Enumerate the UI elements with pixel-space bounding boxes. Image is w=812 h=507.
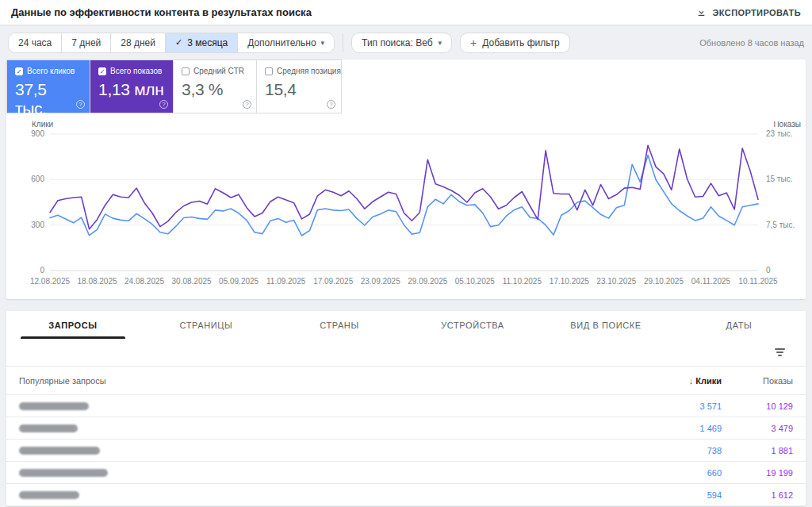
dimensions-card: ЗАПРОСЫ СТРАНИЦЫ СТРАНЫ УСТРОЙСТВА ВИД В… — [6, 311, 806, 506]
range-more-button[interactable]: Дополнительно ▾ — [238, 33, 334, 52]
metric-tile-total-clicks[interactable]: ✓ Всего кликов 37,5 тыс. ? — [7, 60, 90, 113]
help-icon[interactable]: ? — [327, 100, 335, 109]
help-icon[interactable]: ? — [76, 100, 85, 109]
search-type-filter-button[interactable]: Тип поиска: Веб ▾ — [351, 33, 452, 53]
tab-countries[interactable]: СТРАНЫ — [273, 311, 406, 339]
svg-text:600: 600 — [31, 175, 44, 183]
svg-text:04.11.2025: 04.11.2025 — [691, 277, 731, 286]
help-icon[interactable]: ? — [159, 100, 168, 109]
avg-position-value: 15,4 — [265, 80, 332, 99]
redacted-query — [19, 447, 100, 455]
performance-chart[interactable]: 90023 тыс.60015 тыс.3007,5 тыс.00КликиПо… — [6, 113, 806, 290]
range-24h-button[interactable]: 24 часа — [9, 33, 62, 52]
impressions-value: 3 479 — [722, 424, 793, 433]
metric-tile-avg-position[interactable]: Средняя позиция 15,4 ? — [257, 60, 340, 113]
queries-column-header[interactable]: Популярные запросы — [19, 376, 658, 386]
dimension-tabs: ЗАПРОСЫ СТРАНИЦЫ СТРАНЫ УСТРОЙСТВА ВИД В… — [6, 311, 806, 339]
impressions-value: 1 612 — [722, 490, 793, 500]
redacted-query — [19, 402, 89, 410]
svg-text:05.09.2025: 05.09.2025 — [219, 277, 259, 286]
svg-text:17.09.2025: 17.09.2025 — [313, 277, 353, 286]
svg-text:900: 900 — [31, 129, 44, 138]
date-range-segmented-control: 24 часа 7 дней 28 дней ✓ 3 месяца Дополн… — [8, 33, 335, 53]
svg-text:17.10.2025: 17.10.2025 — [550, 277, 589, 286]
check-icon: ✓ — [175, 37, 182, 48]
filter-divider — [343, 33, 343, 52]
chevron-down-icon: ▾ — [439, 39, 442, 47]
clicks-column-header[interactable]: ↓Клики — [658, 376, 722, 386]
svg-text:23 тыс.: 23 тыс. — [766, 129, 792, 138]
export-label: ЭКСПОРТИРОВАТЬ — [713, 8, 801, 17]
metric-tile-total-impressions[interactable]: ✓ Всего показов 1,13 млн ? — [90, 60, 174, 113]
table-row[interactable]: 660 19 199 — [6, 462, 806, 484]
svg-text:18.08.2025: 18.08.2025 — [78, 277, 117, 286]
svg-text:29.10.2025: 29.10.2025 — [644, 277, 684, 286]
avg-ctr-value: 3,3 % — [182, 80, 248, 99]
last-updated-label: Обновлено 8 часов назад — [699, 38, 804, 48]
svg-text:11.10.2025: 11.10.2025 — [503, 277, 542, 286]
clicks-value: 1 469 — [658, 424, 722, 433]
page-title: Данные по эффективности контента в резул… — [11, 6, 312, 18]
svg-text:23.09.2025: 23.09.2025 — [361, 277, 400, 286]
range-7d-button[interactable]: 7 дней — [62, 33, 111, 52]
performance-chart-svg: 90023 тыс.60015 тыс.3007,5 тыс.00КликиПо… — [6, 121, 806, 290]
filter-band: 24 часа 7 дней 28 дней ✓ 3 месяца Дополн… — [0, 25, 812, 60]
svg-text:7,5 тыс.: 7,5 тыс. — [766, 221, 795, 229]
svg-text:05.10.2025: 05.10.2025 — [455, 277, 495, 286]
table-row[interactable]: 738 1 881 — [6, 440, 806, 462]
table-row[interactable]: 3 571 10 129 — [6, 395, 806, 417]
svg-text:24.08.2025: 24.08.2025 — [124, 277, 164, 286]
svg-text:29.09.2025: 29.09.2025 — [408, 277, 447, 286]
metric-tiles: ✓ Всего кликов 37,5 тыс. ? ✓ Всего показ… — [6, 60, 342, 113]
svg-text:Показы: Показы — [773, 121, 801, 129]
clicks-value: 594 — [658, 490, 722, 500]
export-button[interactable]: ЭКСПОРТИРОВАТЬ — [696, 7, 801, 17]
redacted-query — [19, 469, 108, 477]
impressions-column-header[interactable]: Показы — [722, 376, 793, 386]
metric-tile-avg-ctr[interactable]: Средний CTR 3,3 % ? — [174, 60, 257, 113]
impressions-value: 1 881 — [722, 446, 793, 455]
tab-search-appearance[interactable]: ВИД В ПОИСКЕ — [539, 311, 672, 339]
svg-text:10.11.2025: 10.11.2025 — [738, 277, 778, 286]
checkbox-checked-icon[interactable]: ✓ — [15, 67, 23, 75]
tab-devices[interactable]: УСТРОЙСТВА — [406, 311, 539, 339]
impressions-value: 19 199 — [722, 468, 793, 478]
svg-text:0: 0 — [40, 266, 44, 275]
svg-text:30.08.2025: 30.08.2025 — [172, 277, 212, 286]
checkbox-unchecked-icon[interactable] — [182, 67, 190, 75]
table-row[interactable]: 594 1 612 — [6, 484, 806, 506]
svg-text:23.10.2025: 23.10.2025 — [596, 277, 636, 286]
sort-descending-icon: ↓ — [689, 376, 694, 386]
top-header-bar: Данные по эффективности контента в резул… — [0, 0, 812, 25]
svg-text:15 тыс.: 15 тыс. — [766, 175, 792, 183]
clicks-value: 660 — [658, 468, 722, 478]
range-3m-button[interactable]: ✓ 3 месяца — [166, 33, 238, 52]
impressions-value: 10 129 — [722, 401, 793, 411]
table-filter-icon[interactable] — [772, 345, 788, 359]
clicks-value: 3 571 — [658, 401, 722, 411]
checkbox-unchecked-icon[interactable] — [265, 67, 273, 75]
tab-pages[interactable]: СТРАНИЦЫ — [140, 311, 273, 339]
chevron-down-icon: ▾ — [321, 39, 325, 47]
table-header-row: Популярные запросы ↓Клики Показы — [6, 367, 806, 395]
total-impressions-value: 1,13 млн — [98, 80, 165, 99]
svg-text:Клики: Клики — [32, 121, 53, 129]
download-icon — [696, 7, 707, 17]
redacted-query — [19, 424, 78, 432]
svg-text:0: 0 — [766, 266, 771, 275]
help-icon[interactable]: ? — [243, 100, 251, 109]
svg-text:11.09.2025: 11.09.2025 — [266, 277, 306, 286]
redacted-query — [19, 491, 79, 499]
tab-dates[interactable]: ДАТЫ — [672, 311, 806, 339]
total-clicks-value: 37,5 тыс. — [15, 80, 82, 118]
performance-card: ✓ Всего кликов 37,5 тыс. ? ✓ Всего показ… — [6, 60, 806, 299]
range-28d-button[interactable]: 28 дней — [111, 33, 166, 52]
table-row[interactable]: 1 469 3 479 — [6, 417, 806, 440]
clicks-value: 738 — [658, 446, 722, 455]
table-toolbar — [6, 339, 806, 367]
checkbox-checked-icon[interactable]: ✓ — [98, 67, 106, 75]
tab-queries[interactable]: ЗАПРОСЫ — [6, 311, 140, 339]
svg-text:300: 300 — [31, 221, 44, 229]
svg-text:12.08.2025: 12.08.2025 — [30, 277, 70, 286]
add-filter-button[interactable]: + Добавить фильтр — [460, 33, 570, 53]
